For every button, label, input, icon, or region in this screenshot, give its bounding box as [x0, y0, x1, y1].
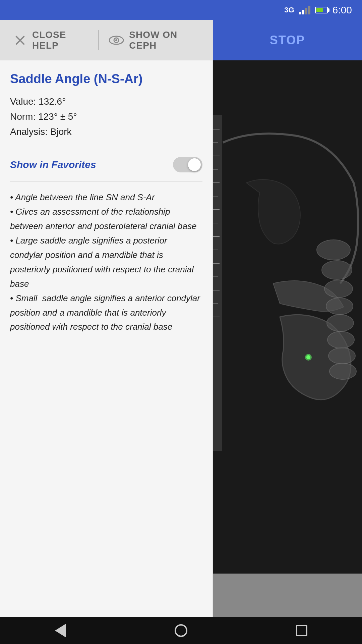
help-panel: CLOSE HELP SHOW ON CEPH Saddle Angle (N-…	[0, 20, 213, 617]
xray-bottom-strip	[213, 574, 362, 617]
show-on-ceph-label: SHOW ON CEPH	[129, 30, 199, 51]
separator-2	[10, 181, 202, 181]
svg-point-24	[326, 298, 353, 315]
close-help-button[interactable]: CLOSE HELP	[7, 26, 95, 54]
toolbar: CLOSE HELP SHOW ON CEPH	[0, 20, 213, 60]
clock: 6:00	[333, 4, 352, 16]
description-text: • Angle between the line SN and S-Ar • G…	[10, 190, 202, 334]
measurement-value: Value: 132.6° Norm: 123° ± 5° Analysis: …	[10, 94, 202, 139]
network-indicator: 3G	[284, 6, 294, 14]
home-button[interactable]	[168, 621, 194, 641]
svg-point-30	[306, 355, 310, 359]
xray-panel: STOP	[213, 20, 362, 617]
xray-image	[213, 60, 362, 574]
svg-point-26	[327, 331, 354, 348]
stop-button[interactable]: STOP	[270, 33, 305, 47]
status-bar: 3G 6:00	[0, 0, 362, 20]
svg-point-21	[317, 240, 350, 260]
home-circle-icon	[175, 624, 187, 637]
show-on-ceph-button[interactable]: SHOW ON CEPH	[102, 26, 206, 54]
svg-point-27	[328, 348, 355, 364]
back-button[interactable]	[47, 621, 74, 641]
svg-point-25	[327, 315, 354, 331]
nav-bar	[0, 617, 362, 644]
svg-point-23	[324, 280, 353, 298]
main-layout: CLOSE HELP SHOW ON CEPH Saddle Angle (N-…	[0, 20, 362, 617]
measurement-title: Saddle Angle (N-S-Ar)	[10, 72, 202, 86]
battery-icon	[315, 7, 328, 13]
svg-point-2	[115, 39, 117, 41]
signal-strength-icon	[299, 6, 310, 14]
close-help-label: CLOSE HELP	[32, 30, 88, 51]
favorites-toggle[interactable]	[173, 157, 202, 172]
svg-point-22	[322, 261, 352, 279]
stop-area: STOP	[213, 20, 362, 60]
status-icons: 3G 6:00	[284, 4, 352, 16]
close-x-icon	[13, 34, 27, 47]
recents-square-icon	[296, 625, 307, 636]
favorites-row: Show in Favorites	[10, 157, 202, 172]
separator-1	[10, 148, 202, 148]
show-favorites-label: Show in Favorites	[10, 159, 96, 170]
recents-button[interactable]	[288, 621, 315, 641]
svg-rect-4	[213, 116, 222, 451]
eye-icon	[109, 36, 124, 45]
svg-point-28	[329, 363, 356, 379]
help-content: Saddle Angle (N-S-Ar) Value: 132.6° Norm…	[0, 60, 213, 617]
toolbar-divider	[98, 30, 99, 50]
toggle-knob	[188, 158, 201, 171]
back-arrow-icon	[55, 624, 66, 637]
xray-image-area	[213, 60, 362, 574]
